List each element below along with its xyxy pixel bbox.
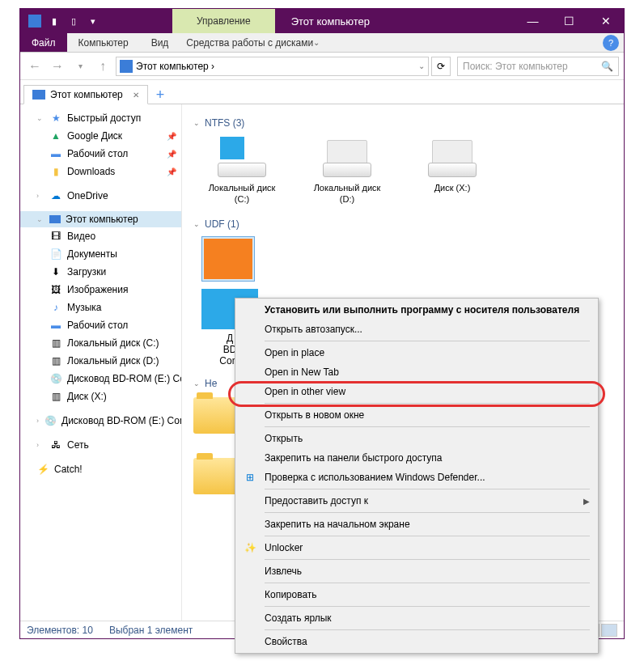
ctx-share[interactable]: Предоставить доступ к▶ xyxy=(237,491,596,511)
maximize-button[interactable]: ☐ xyxy=(551,9,587,33)
sidebar-item-music[interactable]: ♪Музыка xyxy=(20,299,181,316)
ctx-unlocker[interactable]: ✨Unlocker xyxy=(237,538,596,557)
ribbon-tab-view[interactable]: Вид xyxy=(140,37,180,49)
ctx-autorun[interactable]: Открыть автозапуск... xyxy=(237,320,596,339)
drive-icon: ▥ xyxy=(49,390,62,403)
desktop-icon: ▬ xyxy=(49,319,62,332)
ribbon-tab-tools[interactable]: Средства работы с дисками xyxy=(186,37,313,49)
section-header-udf[interactable]: ⌄UDF (1) xyxy=(193,218,612,230)
sidebar-item-pictures[interactable]: 🖼Изображения xyxy=(20,281,181,299)
drive-bdrom-selected[interactable] xyxy=(201,236,255,282)
sidebar-item-disk-c[interactable]: ▥Локальный диск (C:) xyxy=(20,334,181,352)
ctx-install[interactable]: Установить или выполнить программу с нос… xyxy=(237,300,596,320)
navigation-bar: ← → ▾ ↑ Этот компьютер › ⌄ ⟳ Поиск: Этот… xyxy=(20,53,624,80)
sidebar-item-videos[interactable]: 🎞Видео xyxy=(20,227,181,245)
sidebar-item-onedrive[interactable]: ›☁OneDrive xyxy=(20,187,181,205)
search-input[interactable]: Поиск: Этот компьютер 🔍 xyxy=(457,57,619,76)
catch-icon: ⚡ xyxy=(36,463,49,476)
new-tab-button[interactable]: + xyxy=(148,87,173,104)
ribbon-file-tab[interactable]: Файл xyxy=(20,33,67,52)
pin-icon: 📌 xyxy=(167,132,176,141)
drive-x[interactable]: Диск (X:) xyxy=(412,137,493,206)
view-large-button[interactable] xyxy=(601,624,617,637)
sidebar-item-bdrom[interactable]: 💿Дисковод BD-ROM (E:) Co xyxy=(20,370,181,388)
ctx-open-other-view[interactable]: Open in other view xyxy=(237,382,596,401)
section-header-ntfs[interactable]: ⌄NTFS (3) xyxy=(193,117,612,129)
ctx-pin-start[interactable]: Закрепить на начальном экране xyxy=(237,515,596,534)
pin-icon: 📌 xyxy=(167,167,176,176)
ctx-open-in-place[interactable]: Open in place xyxy=(237,343,596,362)
sidebar-item-catch[interactable]: ⚡Catch! xyxy=(20,460,181,478)
close-tab-icon[interactable]: ✕ xyxy=(133,91,139,100)
drive-label: Диск (X:) xyxy=(412,182,493,193)
pc-icon xyxy=(120,60,133,73)
sidebar-item-network[interactable]: ›🖧Сеть xyxy=(20,436,181,454)
window-title: Этот компьютер xyxy=(275,9,386,33)
windows-icon xyxy=(220,137,244,159)
sidebar-item-desktop[interactable]: ▬Рабочий стол xyxy=(20,316,181,334)
close-button[interactable]: ✕ xyxy=(587,9,624,33)
recent-dropdown-icon[interactable]: ▾ xyxy=(70,57,90,76)
ribbon-tab-computer[interactable]: Компьютер xyxy=(67,37,140,49)
back-button[interactable]: ← xyxy=(25,57,44,76)
download-icon: ⬇ xyxy=(49,265,62,278)
ctx-open-new-tab[interactable]: Open in New Tab xyxy=(237,362,596,382)
sidebar-item-desktop[interactable]: ▬Рабочий стол📌 xyxy=(20,145,181,163)
drive-c[interactable]: Локальный диск (C:) xyxy=(201,137,282,206)
qat-icon[interactable]: ▮ xyxy=(48,15,61,28)
gdrive-icon: ▲ xyxy=(49,129,62,142)
drive-icon: ▥ xyxy=(49,354,62,367)
tab-this-pc[interactable]: Этот компьютер ✕ xyxy=(23,85,148,104)
search-icon: 🔍 xyxy=(601,61,613,72)
refresh-button[interactable]: ⟳ xyxy=(431,57,451,76)
sidebar-item-bdrom[interactable]: ›💿Дисковод BD-ROM (E:) Com xyxy=(20,412,181,430)
desktop-icon: ▬ xyxy=(49,147,62,160)
help-icon[interactable]: ? xyxy=(603,35,619,51)
qat-dropdown-icon[interactable]: ▾ xyxy=(87,15,100,28)
ctx-open-new-window[interactable]: Открыть в новом окне xyxy=(237,405,596,425)
chevron-down-icon[interactable]: ⌄ xyxy=(418,61,425,70)
star-icon: ★ xyxy=(49,112,62,125)
status-item-count: Элементов: 10 xyxy=(27,625,93,636)
ctx-copy[interactable]: Копировать xyxy=(237,585,596,604)
address-bar[interactable]: Этот компьютер › ⌄ xyxy=(116,57,429,76)
ctx-defender[interactable]: ⊞Проверка с использованием Windows Defen… xyxy=(237,468,596,487)
sidebar-item-downloads[interactable]: ⬇Загрузки xyxy=(20,263,181,281)
ctx-shortcut[interactable]: Создать ярлык xyxy=(237,608,596,628)
sidebar-item-quick-access[interactable]: ⌄★Быстрый доступ xyxy=(20,109,181,127)
sidebar-item-this-pc[interactable]: ⌄Этот компьютер xyxy=(20,211,181,227)
drive-icon: ▥ xyxy=(49,337,62,350)
ribbon-context-tab[interactable]: Управление xyxy=(172,9,275,33)
context-menu: Установить или выполнить программу с нос… xyxy=(235,298,599,654)
sidebar-item-documents[interactable]: 📄Документы xyxy=(20,245,181,263)
sidebar-item-disk-d[interactable]: ▥Локальный диск (D:) xyxy=(20,352,181,370)
ctx-pin-quick[interactable]: Закрепить на панели быстрого доступа xyxy=(237,448,596,468)
status-selection: Выбран 1 элемент xyxy=(109,625,193,636)
ctx-open[interactable]: Открыть xyxy=(237,429,596,448)
sidebar-item-gdrive[interactable]: ▲Google Диск📌 xyxy=(20,127,181,145)
disc-icon: 💿 xyxy=(49,372,62,385)
search-placeholder: Поиск: Этот компьютер xyxy=(463,61,568,72)
pc-icon xyxy=(49,215,61,223)
pc-icon xyxy=(32,90,45,100)
disc-icon: 💿 xyxy=(44,414,57,427)
sidebar-item-downloads[interactable]: ▮Downloads📌 xyxy=(20,163,181,180)
drive-label: Локальный диск (D:) xyxy=(307,182,388,206)
minimize-button[interactable]: — xyxy=(515,9,551,33)
onedrive-icon: ☁ xyxy=(49,189,62,202)
wand-icon: ✨ xyxy=(244,541,256,554)
breadcrumb[interactable]: Этот компьютер › xyxy=(136,61,214,72)
forward-button[interactable]: → xyxy=(48,57,67,76)
ctx-eject[interactable]: Извлечь xyxy=(237,561,596,581)
quick-access-toolbar: ▮ ▯ ▾ xyxy=(20,15,108,28)
qat-icon[interactable]: ▯ xyxy=(67,15,80,28)
up-button[interactable]: ↑ xyxy=(93,57,112,76)
ribbon-collapse-icon[interactable]: ⌄ xyxy=(313,38,320,47)
drive-d[interactable]: Локальный диск (D:) xyxy=(307,137,388,206)
navigation-pane: ⌄★Быстрый доступ ▲Google Диск📌 ▬Рабочий … xyxy=(20,104,182,621)
system-icon[interactable] xyxy=(28,15,41,28)
sidebar-item-disk-x[interactable]: ▥Диск (X:) xyxy=(20,388,181,405)
ctx-properties[interactable]: Свойства xyxy=(237,632,596,651)
tab-bar: Этот компьютер ✕ + xyxy=(20,80,624,104)
drive-label: Локальный диск (C:) xyxy=(201,182,282,206)
